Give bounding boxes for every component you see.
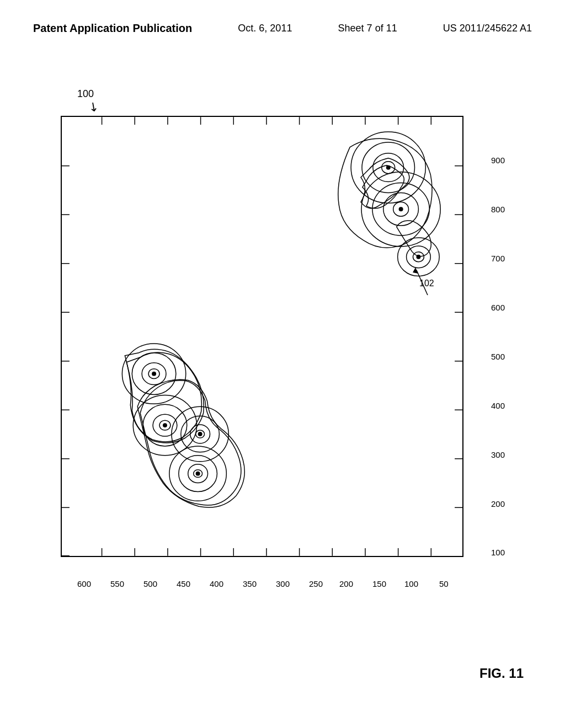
- svg-point-62: [163, 423, 167, 427]
- svg-point-48: [399, 207, 403, 211]
- x-label-50: 50: [439, 579, 449, 588]
- y-label-600: 600: [491, 303, 505, 312]
- x-label-350: 350: [243, 579, 257, 588]
- svg-line-73: [417, 270, 428, 295]
- chart-border: [61, 116, 463, 557]
- y-label-500: 500: [491, 352, 505, 361]
- svg-point-57: [152, 372, 156, 376]
- chart-wrapper: 100 200 300 400 500 600 700 800 900 600 …: [61, 116, 463, 557]
- chart-svg: [62, 117, 462, 556]
- y-label-700: 700: [491, 254, 505, 263]
- page-header: Patent Application Publication Oct. 6, 2…: [0, 22, 565, 35]
- y-label-200: 200: [491, 499, 505, 508]
- arrow-indicator: ↘: [85, 98, 102, 115]
- y-label-300: 300: [491, 450, 505, 459]
- arrow-102: [411, 265, 439, 298]
- y-label-800: 800: [491, 205, 505, 214]
- y-label-100: 100: [491, 548, 505, 557]
- x-label-500: 500: [143, 579, 157, 588]
- x-label-250: 250: [309, 579, 323, 588]
- figure-number-100: 100: [77, 88, 94, 100]
- x-label-200: 200: [339, 579, 353, 588]
- publication-date: Oct. 6, 2011: [238, 23, 292, 34]
- x-label-100: 100: [404, 579, 418, 588]
- x-label-600: 600: [77, 579, 91, 588]
- svg-marker-74: [413, 267, 418, 274]
- x-label-300: 300: [276, 579, 290, 588]
- y-label-400: 400: [491, 401, 505, 410]
- x-label-550: 550: [110, 579, 124, 588]
- figure-caption: FIG. 11: [479, 666, 524, 681]
- sheet-info: Sheet 7 of 11: [338, 23, 397, 34]
- svg-point-67: [198, 432, 202, 436]
- publication-title: Patent Application Publication: [33, 22, 192, 35]
- x-label-450: 450: [177, 579, 190, 588]
- figure-container: 100 ↘: [44, 88, 463, 557]
- patent-number: US 2011/245622 A1: [443, 23, 532, 34]
- x-label-400: 400: [210, 579, 223, 588]
- y-label-900: 900: [491, 156, 505, 165]
- x-label-150: 150: [372, 579, 386, 588]
- svg-point-72: [196, 472, 200, 476]
